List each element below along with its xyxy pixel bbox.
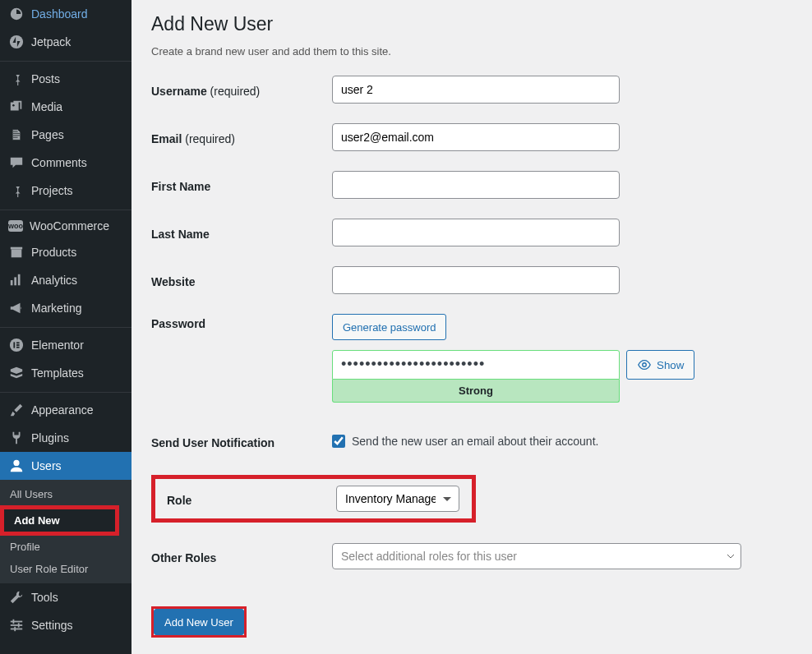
password-label: Password [151, 314, 332, 330]
svg-point-0 [10, 35, 23, 48]
sidebar-item-label: Media [31, 100, 62, 113]
wrench-icon [8, 589, 25, 606]
sidebar-item-users[interactable]: Users [0, 452, 131, 480]
svg-rect-16 [13, 619, 15, 624]
lastname-input[interactable] [332, 219, 620, 246]
sidebar-item-tools[interactable]: Tools [0, 583, 131, 611]
svg-rect-2 [12, 249, 22, 257]
sidebar-item-woocommerce[interactable]: woo WooCommerce [0, 214, 131, 238]
sidebar-item-label: Tools [31, 591, 58, 604]
firstname-label: First Name [151, 177, 332, 193]
sidebar-item-label: Products [31, 246, 76, 259]
sidebar-item-comments[interactable]: Comments [0, 149, 131, 177]
svg-rect-14 [11, 624, 22, 626]
sidebar-item-jetpack[interactable]: Jetpack [0, 28, 131, 56]
sidebar-item-label: Settings [31, 619, 73, 632]
sidebar-item-pages[interactable]: Pages [0, 121, 131, 149]
sidebar-item-settings[interactable]: Settings [0, 611, 131, 639]
sidebar-item-products[interactable]: Products [0, 238, 131, 266]
dashboard-icon [8, 6, 25, 22]
submenu-add-new[interactable]: Add New [4, 509, 115, 532]
sidebar-item-label: Analytics [31, 274, 77, 287]
sidebar-item-templates[interactable]: Templates [0, 359, 131, 387]
row-lastname: Last Name [151, 219, 792, 246]
row-notification: Send User Notification Send the new user… [151, 427, 792, 455]
submenu-user-role-editor[interactable]: User Role Editor [0, 558, 131, 580]
username-input[interactable] [332, 76, 620, 104]
sidebar-item-dashboard[interactable]: Dashboard [0, 0, 131, 28]
website-label: Website [151, 272, 332, 288]
sidebar-item-label: Elementor [31, 339, 84, 352]
notification-checkbox[interactable] [332, 435, 345, 448]
highlight-role: Role Inventory Manager [151, 475, 476, 523]
sidebar-item-label: Marketing [31, 302, 81, 315]
lastname-label: Last Name [151, 224, 332, 241]
svg-rect-3 [11, 247, 22, 250]
product-icon [8, 244, 25, 260]
password-input[interactable]: •••••••••••••••••••••••• [332, 350, 620, 380]
svg-rect-5 [14, 277, 16, 285]
sidebar-item-analytics[interactable]: Analytics [0, 266, 131, 294]
sidebar-item-posts[interactable]: Posts [0, 65, 131, 93]
show-button-label: Show [657, 359, 684, 371]
sidebar-item-label: Plugins [31, 431, 69, 444]
sidebar-item-label: WooCommerce [30, 219, 109, 233]
username-label: Username (required) [151, 81, 332, 98]
analytics-icon [8, 272, 25, 288]
submenu-all-users[interactable]: All Users [0, 483, 131, 505]
user-icon [8, 458, 25, 474]
woo-icon: woo [8, 220, 23, 232]
sidebar-item-marketing[interactable]: Marketing [0, 294, 131, 322]
users-submenu: All Users Add New Profile User Role Edit… [0, 480, 131, 583]
svg-rect-9 [16, 342, 20, 343]
page-title: Add New User [151, 13, 792, 35]
email-input[interactable] [332, 123, 620, 151]
templates-icon [8, 365, 25, 381]
jetpack-icon [8, 34, 25, 50]
add-new-user-button[interactable]: Add New User [154, 609, 244, 635]
email-label: Email (required) [151, 129, 332, 145]
sidebar-item-plugins[interactable]: Plugins [0, 424, 131, 452]
sidebar-item-label: Comments [31, 156, 87, 169]
page-icon [8, 127, 25, 143]
submenu-profile[interactable]: Profile [0, 536, 131, 558]
sidebar-item-appearance[interactable]: Appearance [0, 396, 131, 424]
svg-rect-4 [11, 280, 13, 285]
notification-text: Send the new user an email about their a… [352, 435, 598, 448]
row-password-field: •••••••••••••••••••••••• Strong Show [151, 350, 792, 403]
other-roles-label: Other Roles [151, 548, 332, 564]
brush-icon [8, 402, 25, 418]
elementor-icon [8, 337, 25, 353]
plug-icon [8, 430, 25, 446]
sidebar-item-label: Posts [31, 72, 60, 85]
main-content: Add New User Create a brand new user and… [131, 0, 812, 654]
highlight-submit: Add New User [151, 606, 247, 638]
svg-rect-17 [18, 623, 20, 627]
sidebar-item-projects[interactable]: Projects [0, 177, 131, 205]
firstname-input[interactable] [332, 171, 620, 199]
sidebar-item-elementor[interactable]: Elementor [0, 331, 131, 359]
show-password-button[interactable]: Show [626, 350, 694, 380]
row-username: Username (required) [151, 76, 792, 104]
svg-point-12 [13, 460, 19, 466]
other-roles-select[interactable]: Select additional roles for this user [332, 543, 741, 569]
generate-password-button[interactable]: Generate password [332, 314, 446, 340]
row-firstname: First Name [151, 171, 792, 199]
comment-icon [8, 154, 25, 171]
sidebar-item-media[interactable]: Media [0, 93, 131, 121]
sidebar-item-label: Dashboard [31, 7, 88, 21]
svg-rect-6 [18, 274, 21, 286]
svg-rect-10 [16, 344, 20, 346]
svg-rect-18 [14, 627, 16, 631]
row-other-roles: Other Roles Select additional roles for … [151, 542, 792, 570]
sidebar-item-label: Templates [31, 366, 84, 380]
sidebar-item-label: Appearance [31, 403, 94, 417]
svg-rect-11 [16, 347, 20, 348]
row-website: Website [151, 266, 792, 294]
website-input[interactable] [332, 266, 620, 294]
role-select[interactable]: Inventory Manager [336, 486, 459, 512]
svg-rect-13 [11, 621, 22, 623]
sidebar-item-label: Pages [31, 128, 64, 141]
svg-point-19 [643, 363, 647, 367]
sidebar-item-label: Projects [31, 184, 73, 197]
